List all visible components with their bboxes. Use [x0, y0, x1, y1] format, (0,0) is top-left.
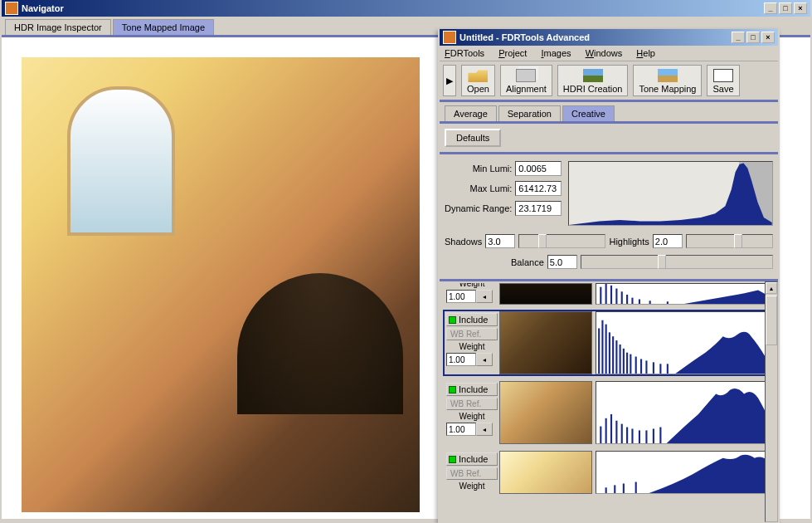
navigator-titlebar[interactable]: Navigator _ □ ×: [2, 0, 810, 17]
svg-rect-16: [620, 345, 621, 374]
weight-label: Weight: [446, 412, 498, 421]
scroll-up-button[interactable]: ▲: [766, 282, 777, 294]
minimize-button[interactable]: _: [732, 32, 745, 43]
source-item: Weight ◂: [443, 281, 775, 306]
balance-input[interactable]: [547, 255, 577, 269]
svg-rect-27: [605, 418, 607, 443]
source-item[interactable]: Include WB Ref. Weight: [443, 449, 775, 496]
source-histogram[interactable]: [596, 451, 773, 494]
source-item[interactable]: Include WB Ref. Weight ◂: [443, 310, 775, 376]
source-thumbnail[interactable]: [499, 451, 592, 494]
dynamic-range-label: Dynamic Range:: [445, 203, 512, 213]
close-button[interactable]: ×: [794, 2, 807, 14]
svg-rect-30: [621, 424, 623, 443]
menubar: FDRTools Project Images Windows Help: [440, 46, 778, 61]
tab-separation[interactable]: Separation: [498, 105, 561, 121]
svg-rect-28: [610, 414, 612, 443]
max-lumi-label: Max Lumi:: [470, 183, 513, 193]
svg-rect-10: [598, 328, 600, 374]
highlights-input[interactable]: [653, 234, 683, 248]
highlights-label: Highlights: [609, 237, 649, 247]
weight-spinner[interactable]: ◂: [476, 353, 493, 366]
fdr-titlebar[interactable]: Untitled - FDRTools Advanced _ □ ×: [440, 29, 778, 46]
hdri-creation-button[interactable]: HDRI Creation: [557, 65, 629, 96]
source-histogram[interactable]: [596, 311, 773, 374]
alignment-button[interactable]: Alignment: [500, 65, 552, 96]
save-icon: [713, 69, 733, 82]
svg-rect-21: [640, 359, 642, 374]
tone-mapping-button[interactable]: Tone Mapping: [633, 65, 702, 96]
app-icon: [5, 2, 18, 15]
expand-button[interactable]: ▶: [443, 65, 456, 96]
weight-spinner[interactable]: ◂: [476, 423, 493, 436]
weight-input[interactable]: [446, 353, 476, 366]
menu-images[interactable]: Images: [541, 48, 571, 58]
scroll-thumb[interactable]: [766, 296, 777, 345]
balance-label: Balance: [511, 257, 544, 267]
svg-rect-8: [649, 301, 651, 304]
svg-rect-15: [615, 340, 617, 374]
svg-rect-34: [645, 430, 647, 443]
preview-image[interactable]: [22, 57, 420, 512]
svg-rect-18: [626, 353, 628, 374]
wb-ref-button[interactable]: WB Ref.: [446, 398, 498, 410]
shadows-slider[interactable]: [518, 234, 605, 248]
max-lumi-input[interactable]: [515, 181, 562, 196]
menu-fdrtools[interactable]: FDRTools: [445, 48, 484, 58]
balance-slider[interactable]: [581, 255, 773, 269]
svg-rect-24: [659, 364, 661, 374]
tab-hdr-inspector[interactable]: HDR Image Inspector: [5, 19, 111, 35]
maximize-button[interactable]: □: [779, 2, 792, 14]
min-lumi-label: Min Lumi:: [473, 164, 513, 174]
tab-average[interactable]: Average: [445, 105, 497, 121]
close-button[interactable]: ×: [761, 32, 775, 43]
include-button[interactable]: Include: [446, 383, 498, 396]
navigator-title: Navigator: [22, 3, 764, 13]
tab-tone-mapped[interactable]: Tone Mapped Image: [113, 19, 214, 35]
svg-rect-36: [659, 428, 661, 443]
scrollbar[interactable]: ▲: [765, 281, 778, 522]
weight-input[interactable]: [446, 290, 476, 303]
menu-windows[interactable]: Windows: [586, 48, 623, 58]
weight-spinner[interactable]: ◂: [476, 290, 493, 303]
parameters-panel: Min Lumi: Max Lumi: Dynamic Range:: [440, 154, 778, 281]
min-lumi-input[interactable]: [515, 161, 562, 176]
open-button[interactable]: Open: [461, 65, 495, 96]
defaults-row: Defaults: [440, 124, 778, 154]
mode-tabs: Average Separation Creative: [440, 102, 778, 124]
fdr-title: Untitled - FDRTools Advanced: [459, 32, 732, 42]
source-histogram[interactable]: [596, 283, 773, 305]
app-icon: [443, 31, 456, 44]
wb-ref-button[interactable]: WB Ref.: [446, 467, 498, 480]
save-button[interactable]: Save: [707, 65, 739, 96]
svg-rect-5: [626, 295, 628, 304]
minimize-button[interactable]: _: [764, 2, 777, 14]
svg-rect-29: [615, 421, 617, 443]
svg-rect-20: [635, 357, 637, 374]
source-thumbnail[interactable]: [499, 311, 592, 374]
source-histogram[interactable]: [596, 381, 773, 444]
include-button[interactable]: Include: [446, 313, 498, 326]
weight-label: Weight: [446, 281, 498, 288]
menu-help[interactable]: Help: [636, 48, 655, 58]
folder-icon: [468, 69, 488, 82]
source-thumbnail[interactable]: [499, 283, 592, 305]
svg-rect-6: [631, 298, 633, 304]
menu-project[interactable]: Project: [498, 48, 527, 58]
svg-rect-35: [653, 428, 654, 443]
wb-ref-button[interactable]: WB Ref.: [446, 328, 498, 340]
source-thumbnail[interactable]: [499, 381, 592, 444]
include-button[interactable]: Include: [446, 452, 498, 466]
svg-rect-3: [615, 289, 617, 304]
main-histogram[interactable]: [568, 161, 773, 226]
dynamic-range-input[interactable]: [515, 201, 562, 216]
source-item[interactable]: Include WB Ref. Weight ◂: [443, 379, 775, 446]
highlights-slider[interactable]: [686, 234, 773, 248]
svg-rect-7: [639, 299, 640, 304]
defaults-button[interactable]: Defaults: [445, 129, 501, 147]
tab-creative[interactable]: Creative: [562, 105, 615, 121]
svg-rect-32: [631, 428, 633, 443]
shadows-input[interactable]: [485, 234, 515, 248]
maximize-button[interactable]: □: [746, 32, 760, 43]
weight-input[interactable]: [446, 423, 476, 436]
